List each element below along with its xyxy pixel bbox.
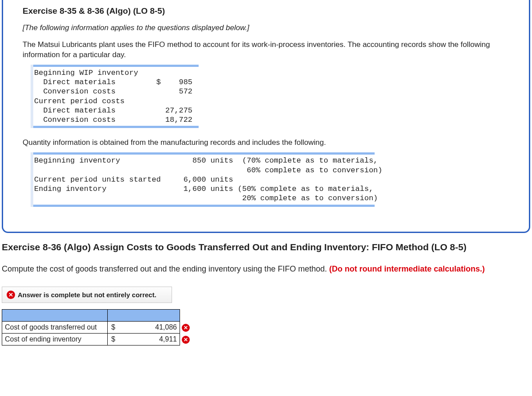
answer-value: 41,086 bbox=[155, 323, 177, 331]
feedback-banner: ✕ Answer is complete but not entirely co… bbox=[2, 287, 172, 303]
exercise-group-title: Exercise 8-35 & 8-36 (Algo) (LO 8-5) bbox=[23, 6, 509, 16]
answer-value: 4,911 bbox=[159, 335, 177, 343]
wrong-icon: ✕ bbox=[182, 324, 190, 332]
instruction-warning: (Do not round intermediate calculations.… bbox=[329, 264, 485, 273]
context-note: [The following information applies to th… bbox=[23, 23, 509, 32]
feedback-text: Answer is complete but not entirely corr… bbox=[18, 291, 156, 299]
wrong-icon: ✕ bbox=[7, 291, 15, 299]
scenario-card: Exercise 8-35 & 8-36 (Algo) (LO 8-5) [Th… bbox=[2, 0, 530, 233]
table-row: Cost of goods transferred out $41,086 ✕ bbox=[2, 322, 193, 334]
cost-data-block: Beginning WIP inventory Direct materials… bbox=[31, 65, 199, 128]
row-label: Cost of ending inventory bbox=[2, 334, 108, 346]
instruction-text: Compute the cost of goods transferred ou… bbox=[2, 264, 528, 274]
answer-input[interactable]: $4,911 bbox=[108, 334, 180, 346]
scenario-intro: The Matsui Lubricants plant uses the FIF… bbox=[23, 40, 509, 60]
instruction-main: Compute the cost of goods transferred ou… bbox=[2, 264, 329, 273]
quantity-data-block: Beginning inventory 850 units (70% compl… bbox=[31, 152, 389, 206]
answer-input[interactable]: $41,086 bbox=[108, 322, 180, 334]
question-section: Exercise 8-36 (Algo) Assign Costs to Goo… bbox=[0, 241, 532, 348]
table-row: Cost of ending inventory $4,911 ✕ bbox=[2, 334, 193, 346]
quantity-intro: Quantity information is obtained from th… bbox=[23, 138, 509, 148]
row-label: Cost of goods transferred out bbox=[2, 322, 108, 334]
table-header-row bbox=[2, 310, 193, 322]
answer-table: Cost of goods transferred out $41,086 ✕ … bbox=[2, 309, 193, 346]
wrong-icon: ✕ bbox=[182, 336, 190, 344]
exercise-title: Exercise 8-36 (Algo) Assign Costs to Goo… bbox=[2, 241, 528, 253]
